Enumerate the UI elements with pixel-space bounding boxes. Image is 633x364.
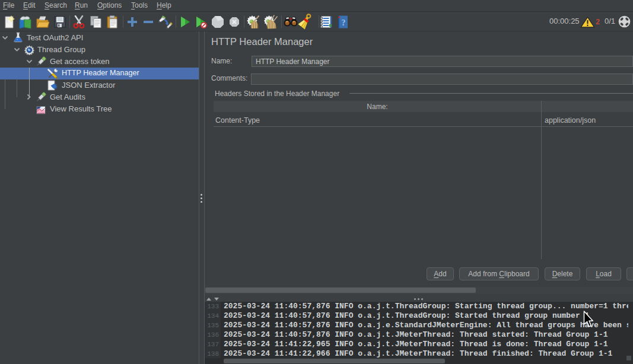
svg-text:?: ? [342, 18, 346, 27]
